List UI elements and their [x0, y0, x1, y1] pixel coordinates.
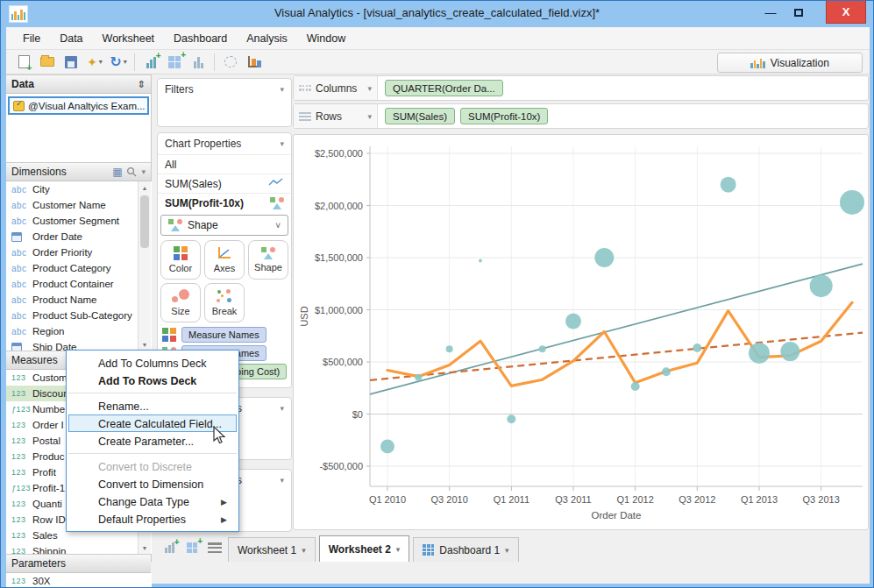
field-label: City [32, 184, 50, 195]
context-menu-item[interactable]: Convert to Discrete [68, 457, 237, 475]
menu-file[interactable]: File [15, 30, 48, 47]
chart-properties-tab[interactable]: All [158, 154, 291, 174]
context-menu-item[interactable]: Default Properties▶ [68, 510, 237, 528]
dimension-item[interactable]: abcProduct Name [6, 292, 152, 308]
menu-data[interactable]: Data [52, 30, 90, 47]
svg-text:Q1 2011: Q1 2011 [494, 494, 529, 505]
mouse-cursor [212, 426, 230, 445]
abc-icon: abc [11, 201, 32, 210]
tab-dashboard-1[interactable]: Dashboard 1▾ [413, 537, 518, 562]
menu-analysis[interactable]: Analysis [238, 30, 295, 47]
axes-button[interactable]: Axes [204, 240, 245, 280]
rows-shelf-label[interactable]: Rows ▾ [294, 104, 378, 128]
sort-toggle-icon[interactable]: ⇕ [138, 79, 146, 90]
context-menu-item[interactable]: Rename... [68, 397, 237, 414]
context-menu-item[interactable]: Add To Columns Deck [68, 354, 237, 372]
menu-window[interactable]: Window [299, 30, 353, 47]
shelf-pill[interactable]: SUM(Profit-10x) [460, 108, 548, 124]
maximize-button[interactable] [785, 1, 812, 24]
filters-header[interactable]: Filters▾ [158, 79, 291, 100]
svg-text:$1,000,000: $1,000,000 [315, 305, 363, 315]
connection-label: @Visual Analtyics Exam... [28, 101, 146, 111]
chart-properties-tab[interactable]: SUM(Sales) [158, 174, 291, 193]
chart-properties-tab[interactable]: SUM(Profit-10x) [158, 193, 291, 212]
save-icon[interactable] [60, 53, 82, 72]
add-grid-icon[interactable]: + [164, 53, 185, 72]
filters-title: Filters [165, 83, 194, 96]
shelf-pill[interactable]: QUARTER(Order Da... [385, 80, 503, 96]
measure-item[interactable]: 123Shippin [6, 543, 152, 554]
numeric-icon: 123 [11, 468, 32, 477]
dimension-item[interactable]: abcCustomer Segment [6, 213, 152, 229]
new-worksheet-icon[interactable]: + [160, 538, 179, 557]
data-connection[interactable]: @Visual Analtyics Exam... [8, 96, 149, 115]
chart-properties-header[interactable]: Chart Properties▾ [158, 133, 291, 154]
minimize-button[interactable]: — [757, 1, 784, 24]
svg-text:Q1 2010: Q1 2010 [369, 494, 406, 505]
legend-pill[interactable]: Measure Names [181, 327, 266, 343]
dimension-item[interactable]: abcRegion [6, 323, 152, 339]
mini-chart-icon[interactable] [244, 53, 265, 72]
dimension-item[interactable]: abcCustomer Name [6, 197, 152, 213]
shape-select[interactable]: Shape ˅ [160, 215, 288, 236]
field-label: Product Container [32, 279, 114, 289]
new-dashboard-icon[interactable]: + [182, 538, 202, 557]
color-button[interactable]: Color [160, 240, 201, 280]
menu-worksheet[interactable]: Worksheet [95, 30, 163, 47]
add-chart-icon[interactable]: + [140, 53, 161, 72]
lasso-icon[interactable] [220, 53, 241, 72]
columns-shelf-label[interactable]: Columns ▾ [294, 76, 378, 100]
rows-shelf: Rows ▾ SUM(Sales)SUM(Profit-10x) [293, 103, 869, 129]
dimension-item[interactable]: abcProduct Category [6, 260, 152, 276]
measures-title: Measures [11, 354, 58, 366]
svg-text:Q3 2011: Q3 2011 [555, 494, 591, 505]
new-sheet-icon[interactable] [13, 53, 34, 72]
parameter-item[interactable]: 12330X [6, 573, 152, 588]
tab-worksheet-1[interactable]: Worksheet 1▾ [228, 537, 316, 562]
calendar-icon [11, 232, 22, 242]
dimension-item[interactable]: abcProduct Container [6, 276, 152, 292]
size-button[interactable]: Size [160, 283, 201, 322]
menu-dashboard[interactable]: Dashboard [166, 30, 235, 47]
format-wand-icon[interactable]: ✦▾ [84, 53, 105, 72]
dimensions-dropdown-icon[interactable]: ▾ [141, 167, 146, 176]
abc-icon: abc [11, 311, 32, 321]
search-icon[interactable] [126, 166, 137, 177]
context-menu-item[interactable]: Add To Rows Deck [68, 372, 237, 389]
shape-button[interactable]: Shape [248, 240, 288, 280]
field-label: Row ID [32, 514, 66, 525]
dimension-item[interactable]: abcCity [6, 181, 152, 197]
tab-dropdown-icon: ▾ [505, 546, 509, 555]
context-menu-item[interactable]: Change Data Type▶ [68, 492, 237, 510]
numeric-icon: 123 [11, 373, 32, 382]
svg-text:$500,000: $500,000 [323, 357, 363, 367]
view-as-table-icon[interactable]: ▦ [112, 166, 122, 178]
dimension-item[interactable]: abcProduct Sub-Category [6, 308, 152, 323]
menu-separator [68, 453, 237, 454]
filters-dropdown-icon: ▾ [280, 85, 284, 94]
context-menu-item[interactable]: Convert to Dimension [68, 475, 237, 492]
field-label: Profit-1 [32, 483, 65, 493]
abc-icon: abc [11, 264, 32, 273]
chart-properties-title: Chart Properties [165, 138, 241, 150]
dimension-item[interactable]: Order Date [6, 229, 152, 244]
field-label: Numbe [32, 404, 65, 414]
bar-chart-icon[interactable] [188, 53, 209, 72]
shelf-pill[interactable]: SUM(Sales) [385, 108, 455, 124]
submenu-arrow-icon: ▶ [221, 511, 227, 528]
open-folder-icon[interactable] [37, 53, 58, 72]
visualization-button[interactable]: Visualization [717, 53, 863, 73]
tab-label: Worksheet 2 [329, 543, 391, 556]
dimensions-title: Dimensions [11, 166, 67, 178]
dimension-item[interactable]: abcOrder Priority [6, 244, 152, 260]
tab-worksheet-2[interactable]: Worksheet 2▾ [319, 535, 410, 562]
numeric-icon: 123 [11, 421, 32, 429]
break-button[interactable]: Break [204, 283, 245, 322]
svg-text:Q3 2013: Q3 2013 [803, 494, 840, 505]
refresh-icon[interactable]: ↻▾ [108, 53, 129, 72]
field-label: Quanti [32, 499, 62, 509]
calculated-field-icon: ƒ123 [11, 405, 32, 414]
close-button[interactable]: X [826, 1, 866, 24]
dimensions-scrollbar[interactable]: ▲▼ [138, 181, 151, 351]
sheet-list-icon[interactable] [205, 538, 224, 557]
